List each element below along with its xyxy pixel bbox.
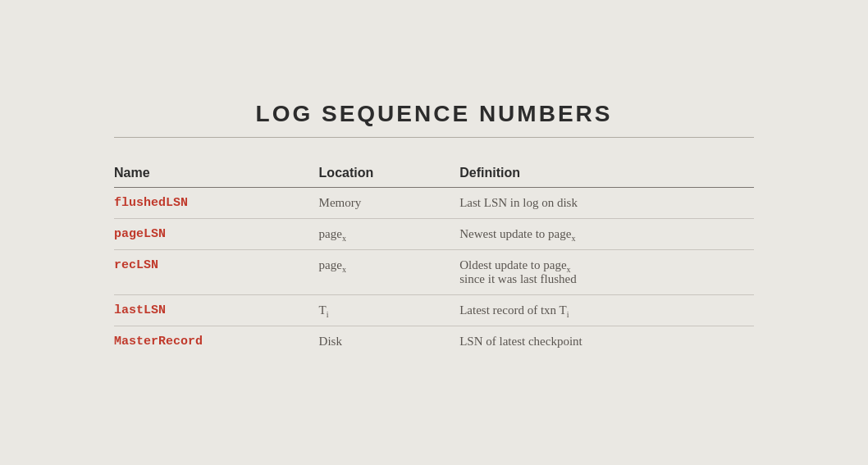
cell-location: Memory — [319, 187, 460, 218]
table-row: MasterRecordDiskLSN of latest checkpoint — [114, 326, 754, 357]
cell-name: lastLSN — [114, 294, 319, 326]
table-header-row: Name Location Definition — [114, 161, 754, 188]
cell-location: pagex — [319, 218, 460, 249]
cell-definition: Latest record of txn Ti — [459, 294, 754, 326]
cell-location: pagex — [319, 249, 460, 294]
page-title: LOG SEQUENCE NUMBERS — [114, 101, 754, 127]
table-row: flushedLSNMemoryLast LSN in log on disk — [114, 187, 754, 218]
table-row: pageLSNpagexNewest update to pagex — [114, 218, 754, 249]
cell-name: MasterRecord — [114, 326, 319, 357]
lsn-table: Name Location Definition flushedLSNMemor… — [114, 161, 754, 357]
cell-definition: LSN of latest checkpoint — [459, 326, 754, 357]
col-header-definition: Definition — [459, 161, 754, 188]
table-row: recLSNpagexOldest update to pagexsince i… — [114, 249, 754, 294]
cell-definition: Last LSN in log on disk — [459, 187, 754, 218]
cell-name: flushedLSN — [114, 187, 319, 218]
col-header-location: Location — [319, 161, 460, 188]
cell-name: recLSN — [114, 249, 319, 294]
cell-definition: Newest update to pagex — [459, 218, 754, 249]
cell-name: pageLSN — [114, 218, 319, 249]
title-divider — [114, 137, 754, 138]
main-container: LOG SEQUENCE NUMBERS Name Location Defin… — [81, 76, 787, 390]
table-row: lastLSNTiLatest record of txn Ti — [114, 294, 754, 326]
cell-location: Disk — [319, 326, 460, 357]
col-header-name: Name — [114, 161, 319, 188]
cell-location: Ti — [319, 294, 460, 326]
cell-definition: Oldest update to pagexsince it was last … — [459, 249, 754, 294]
